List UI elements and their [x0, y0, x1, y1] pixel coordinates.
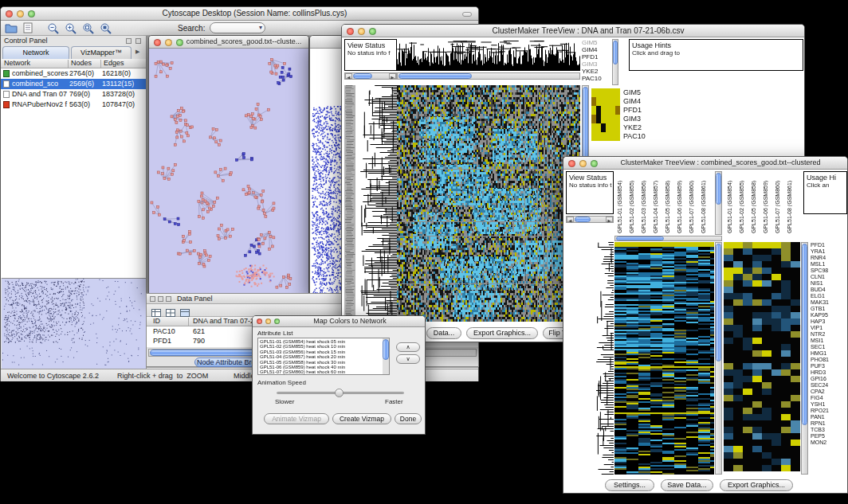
tab-vizmapper[interactable]: VizMapper™ — [71, 46, 132, 59]
column-label[interactable]: GPL51-05 (GSM858) — [665, 173, 670, 233]
gene-label[interactable]: BUD4 — [811, 287, 847, 293]
attribute-list[interactable]: GPL51-01 (GSM854) heat shock 05 minGPL51… — [257, 338, 390, 375]
network-view-titlebar[interactable]: combined_scores_good.txt--cluste... — [149, 36, 308, 49]
gene-label[interactable]: PFD1 — [623, 106, 658, 115]
attribute-list-vscrollbar[interactable] — [383, 338, 389, 374]
mini-gene-label[interactable]: GIM5 — [582, 39, 610, 46]
gene-label[interactable]: GTB1 — [811, 306, 847, 312]
gene-label[interactable]: PFD1 — [811, 242, 847, 248]
column-label[interactable]: GPL51-07 (GSM860) — [775, 173, 780, 233]
maximize-icon[interactable] — [369, 28, 376, 35]
panel-float-icon[interactable] — [126, 38, 132, 44]
column-label[interactable]: GPL51-03 (GSM856) — [641, 173, 646, 233]
slider-thumb[interactable] — [335, 389, 344, 397]
column-label[interactable]: GPL51-02 (GSM855) — [629, 173, 634, 233]
scrollbar-thumb[interactable] — [383, 339, 389, 360]
gene-label[interactable]: SEC24 — [811, 382, 847, 389]
network-list-row[interactable]: combined_sco2569(6)13112(15) — [1, 79, 146, 89]
gene-label[interactable]: MAK31 — [811, 299, 847, 306]
gene-label[interactable]: YSH1 — [811, 401, 847, 408]
gene-label[interactable]: SEC1 — [811, 344, 847, 350]
toolbar-lozenge-icon[interactable] — [462, 12, 472, 17]
treeview-combined-titlebar[interactable]: ClusterMaker TreeView : combined_scores_… — [563, 157, 847, 170]
gene-label[interactable]: RNR4 — [811, 255, 847, 261]
save-data-button[interactable]: Save Data... — [661, 479, 713, 491]
dense-network-canvas[interactable] — [312, 106, 344, 297]
done-button[interactable]: Done — [395, 413, 422, 424]
gene-label[interactable]: HRD3 — [811, 369, 847, 376]
network-overview-canvas[interactable] — [2, 279, 144, 368]
animation-speed-slider[interactable] — [277, 392, 404, 394]
maximize-icon[interactable] — [28, 10, 35, 18]
zoom-labels-vscrollbar[interactable] — [612, 39, 618, 85]
treeview-dna-titlebar[interactable]: ClusterMaker TreeView : DNA and Tran 07-… — [342, 25, 804, 37]
tab-overflow-icon[interactable]: ▶ — [135, 49, 139, 55]
minimize-icon[interactable] — [165, 39, 172, 46]
export-graphics-button[interactable]: Export Graphics... — [720, 479, 793, 491]
gene-label[interactable]: CLN1 — [811, 274, 847, 280]
gene-label[interactable]: ELG1 — [811, 293, 847, 299]
panel-button-icon[interactable] — [166, 296, 171, 302]
zoom-selected-icon[interactable] — [100, 22, 113, 35]
row-dendrogram-canvas[interactable] — [593, 242, 614, 475]
network-list-row[interactable]: RNAPuberNov2 f563(0)107847(0) — [1, 100, 146, 110]
scrollbar-thumb[interactable] — [616, 236, 664, 240]
close-icon[interactable] — [347, 28, 354, 35]
save-data-button[interactable]: Data... — [426, 327, 461, 339]
zoom-out-icon[interactable] — [47, 22, 61, 35]
gene-label[interactable]: MSL1 — [811, 261, 847, 268]
network-canvas-holder[interactable] — [149, 49, 308, 295]
expression-heatmap-canvas[interactable] — [397, 85, 580, 322]
network-list-row[interactable]: combined_scores2764(0)16218(0) — [1, 68, 146, 79]
scrollbar-thumb[interactable] — [613, 41, 618, 64]
gene-label[interactable]: HAP3 — [811, 318, 847, 325]
dendro-nav-scrollbar[interactable]: ◀ ▶ — [566, 216, 614, 223]
cytoscape-titlebar[interactable]: Cytoscape Desktop (Session Name: collins… — [1, 7, 478, 21]
zoom-heatmap-canvas[interactable] — [724, 242, 800, 471]
tab-network[interactable]: Network — [2, 46, 69, 59]
minimize-icon[interactable] — [265, 318, 271, 324]
column-hscrollbar[interactable] — [397, 72, 580, 80]
column-label[interactable]: GPL51-06 (GSM859) — [763, 173, 768, 233]
minimize-icon[interactable] — [358, 28, 365, 35]
close-icon[interactable] — [257, 318, 262, 324]
dialog-titlebar[interactable]: Map Colors to Network — [253, 316, 425, 327]
gene-label[interactable]: RPO21 — [811, 408, 847, 414]
gene-label[interactable]: GIM5 — [623, 88, 658, 97]
gene-label[interactable]: KAP95 — [811, 312, 847, 318]
column-label[interactable]: GPL51-08 (GSM861) — [787, 173, 792, 233]
create-vizmap-button[interactable]: Create Vizmap — [332, 413, 391, 424]
zoom-in-icon[interactable] — [65, 22, 78, 35]
close-icon[interactable] — [154, 39, 161, 46]
mini-gene-label[interactable]: PFD1 — [582, 53, 610, 61]
search-input[interactable]: ▾ — [210, 22, 265, 33]
mini-gene-label[interactable]: GIM3 — [582, 61, 610, 68]
gene-label[interactable]: YKE2 — [623, 123, 658, 132]
mini-gene-label[interactable]: PAC10 — [582, 75, 610, 82]
move-up-button[interactable]: ∧ — [396, 342, 420, 352]
gene-list-vscrollbar[interactable] — [801, 242, 808, 475]
heatmap-hscrollbar[interactable] — [614, 236, 722, 241]
scrollbar-thumb[interactable] — [398, 73, 472, 79]
column-label[interactable]: GPL51-01 (GSM854) — [727, 173, 732, 233]
gene-label[interactable]: HMG1 — [811, 350, 847, 357]
gene-label[interactable]: YRA1 — [811, 248, 847, 255]
scrollbar-thumb[interactable] — [353, 73, 372, 79]
zoom-fit-icon[interactable] — [82, 22, 96, 35]
expression-heatmap-canvas[interactable] — [614, 242, 714, 475]
column-dendrogram-canvas[interactable] — [397, 39, 580, 71]
zoom-heatmap-canvas[interactable] — [591, 88, 620, 141]
maximize-icon[interactable] — [591, 160, 598, 167]
maximize-icon[interactable] — [274, 318, 280, 324]
labels-vscrollbar[interactable] — [715, 171, 722, 235]
gene-label[interactable]: PUF3 — [811, 363, 847, 369]
scroll-left-icon[interactable]: ◀ — [567, 217, 574, 222]
gene-label[interactable]: MSI1 — [811, 338, 847, 344]
gene-label[interactable]: PEP5 — [811, 433, 847, 440]
scroll-right-icon[interactable]: ▶ — [606, 217, 613, 222]
scroll-left-icon[interactable]: ◀ — [345, 73, 352, 79]
gene-label[interactable]: RPN1 — [811, 420, 847, 427]
combo-arrow-icon[interactable]: ▾ — [259, 24, 262, 31]
column-label[interactable]: GPL51-02 (GSM855) — [739, 173, 744, 233]
gene-label[interactable]: FIG4 — [811, 395, 847, 401]
